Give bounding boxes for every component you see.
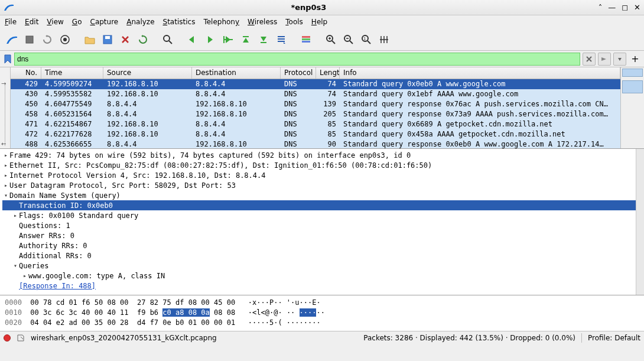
- tree-authority[interactable]: Authority RRs: 0: [19, 242, 87, 250]
- related-packet-gutter: → ←: [0, 67, 11, 148]
- zoom-in-button[interactable]: [323, 31, 339, 48]
- zoom-reset-button[interactable]: 1: [358, 31, 375, 48]
- svg-text:1: 1: [363, 37, 366, 41]
- svg-rect-12: [278, 38, 285, 40]
- apply-filter-button[interactable]: [598, 53, 611, 66]
- wireshark-icon: [4, 2, 14, 13]
- table-row[interactable]: 4584.6052315648.8.4.4192.168.8.10DNS205S…: [11, 109, 620, 119]
- column-info[interactable]: Info: [340, 67, 620, 79]
- status-profile[interactable]: Profile: Default: [588, 334, 640, 342]
- go-last-button[interactable]: [255, 31, 272, 48]
- minimize-icon[interactable]: —: [608, 3, 616, 12]
- display-filter-input[interactable]: [14, 53, 580, 66]
- svg-line-18: [332, 41, 335, 44]
- tree-queries[interactable]: Queries: [19, 262, 49, 270]
- main-toolbar: 1: [0, 28, 644, 51]
- packet-details-pane[interactable]: ▸Frame 429: 74 bytes on wire (592 bits),…: [0, 149, 644, 295]
- expand-icon[interactable]: ▸: [21, 272, 28, 279]
- menu-view[interactable]: View: [47, 18, 63, 26]
- auto-scroll-button[interactable]: [273, 31, 290, 48]
- maximize-icon[interactable]: ◻: [622, 3, 628, 12]
- start-capture-button[interactable]: [4, 31, 20, 48]
- menu-tools[interactable]: Tools: [285, 18, 303, 26]
- column-destination[interactable]: Destination: [192, 67, 281, 79]
- column-protocol[interactable]: Protocol: [281, 67, 316, 79]
- expert-info-icon[interactable]: [4, 334, 11, 342]
- tree-ip[interactable]: Internet Protocol Version 4, Src: 192.16…: [9, 171, 265, 180]
- vertical-scrollbar[interactable]: [636, 149, 644, 295]
- zoom-out-button[interactable]: [340, 31, 357, 48]
- packet-list[interactable]: No. Time Source Destination Protocol Len…: [11, 67, 620, 148]
- svg-point-5: [164, 35, 170, 41]
- stop-capture-button[interactable]: [21, 31, 38, 48]
- find-packet-button[interactable]: [160, 31, 176, 48]
- expand-icon[interactable]: ▸: [2, 182, 9, 188]
- collapse-icon[interactable]: ▾: [12, 262, 19, 269]
- open-file-button[interactable]: [82, 31, 98, 48]
- capture-options-button[interactable]: [57, 31, 73, 48]
- svg-point-2: [63, 38, 67, 41]
- close-window-icon[interactable]: ✕: [634, 3, 640, 12]
- menu-capture[interactable]: Capture: [90, 18, 118, 26]
- tree-dns[interactable]: Domain Name System (query): [9, 191, 121, 200]
- menu-file[interactable]: File: [5, 18, 17, 26]
- minimize-window-icon[interactable]: ˄: [599, 3, 603, 12]
- table-row[interactable]: 4294.599509274192.168.8.108.8.4.4DNS74St…: [11, 79, 620, 89]
- column-length[interactable]: Length: [316, 67, 340, 79]
- table-row[interactable]: 4884.6253666558.8.4.4192.168.8.10DNS90St…: [11, 139, 620, 148]
- intelligent-scrollbar[interactable]: [620, 67, 644, 148]
- menu-help[interactable]: Help: [311, 18, 327, 26]
- tree-additional[interactable]: Additional RRs: 0: [19, 252, 92, 260]
- svg-line-25: [367, 41, 370, 44]
- bookmark-icon[interactable]: [2, 53, 13, 66]
- menu-telephony[interactable]: Telephony: [203, 18, 239, 26]
- menu-wireless[interactable]: Wireless: [248, 18, 277, 26]
- close-file-button[interactable]: [117, 31, 134, 48]
- menu-edit[interactable]: Edit: [25, 18, 38, 26]
- menu-go[interactable]: Go: [72, 18, 82, 26]
- hex-selection[interactable]: c0 a8 08 0a: [162, 308, 209, 317]
- menu-analyze[interactable]: Analyze: [126, 18, 154, 26]
- expand-icon[interactable]: ▸: [12, 212, 19, 219]
- go-back-button[interactable]: [184, 31, 201, 48]
- tree-answer[interactable]: Answer RRs: 0: [19, 232, 74, 240]
- capture-file-properties-icon[interactable]: [17, 334, 25, 342]
- go-first-button[interactable]: [238, 31, 254, 48]
- expand-icon[interactable]: ▸: [2, 152, 9, 158]
- table-row[interactable]: 4304.599535582192.168.8.108.8.4.4DNS74St…: [11, 89, 620, 99]
- collapse-icon[interactable]: ▾: [2, 192, 9, 199]
- tree-txid[interactable]: Transaction ID: 0x0eb0: [19, 201, 113, 210]
- table-row[interactable]: 4504.6047755498.8.4.4192.168.8.10DNS139S…: [11, 99, 620, 109]
- tree-ethernet[interactable]: Ethernet II, Src: PcsCompu_82:75:df (08:…: [9, 161, 432, 170]
- resize-columns-button[interactable]: [376, 31, 392, 48]
- svg-rect-14: [302, 36, 310, 38]
- expand-icon[interactable]: ▸: [2, 172, 9, 178]
- column-source[interactable]: Source: [103, 67, 192, 79]
- column-time[interactable]: Time: [41, 67, 103, 79]
- tree-questions[interactable]: Questions: 1: [19, 222, 70, 230]
- tree-flags[interactable]: Flags: 0x0100 Standard query: [19, 212, 138, 220]
- go-to-packet-button[interactable]: [220, 31, 236, 48]
- filter-toolbar: +: [0, 51, 644, 67]
- menu-statistics[interactable]: Statistics: [163, 18, 196, 26]
- save-file-button[interactable]: [99, 31, 116, 48]
- tree-query-entry[interactable]: www.google.com: type A, class IN: [28, 272, 165, 280]
- table-row[interactable]: 4714.622154867192.168.8.108.8.4.4DNS85St…: [11, 119, 620, 129]
- colorize-button[interactable]: [298, 31, 314, 48]
- clear-filter-button[interactable]: [583, 53, 596, 66]
- tree-frame[interactable]: Frame 429: 74 bytes on wire (592 bits), …: [9, 151, 411, 160]
- table-row[interactable]: 4724.622177628192.168.8.108.8.4.4DNS85St…: [11, 129, 620, 139]
- filter-history-button[interactable]: [613, 53, 626, 66]
- add-filter-button[interactable]: +: [629, 53, 642, 66]
- tree-response-link[interactable]: [Response In: 488]: [19, 282, 96, 290]
- packet-list-header[interactable]: No. Time Source Destination Protocol Len…: [11, 67, 620, 79]
- window-title: *enp0s3: [19, 3, 599, 12]
- column-no[interactable]: No.: [11, 67, 41, 79]
- reload-file-button[interactable]: [135, 31, 151, 48]
- restart-capture-button[interactable]: [39, 31, 56, 48]
- packet-bytes-pane[interactable]: 0000 00 78 cd 01 f6 50 08 00 27 82 75 df…: [0, 295, 644, 331]
- svg-rect-0: [26, 36, 33, 43]
- expand-icon[interactable]: ▸: [2, 162, 9, 168]
- go-forward-button[interactable]: [202, 31, 219, 48]
- tree-udp[interactable]: User Datagram Protocol, Src Port: 58029,…: [9, 181, 236, 190]
